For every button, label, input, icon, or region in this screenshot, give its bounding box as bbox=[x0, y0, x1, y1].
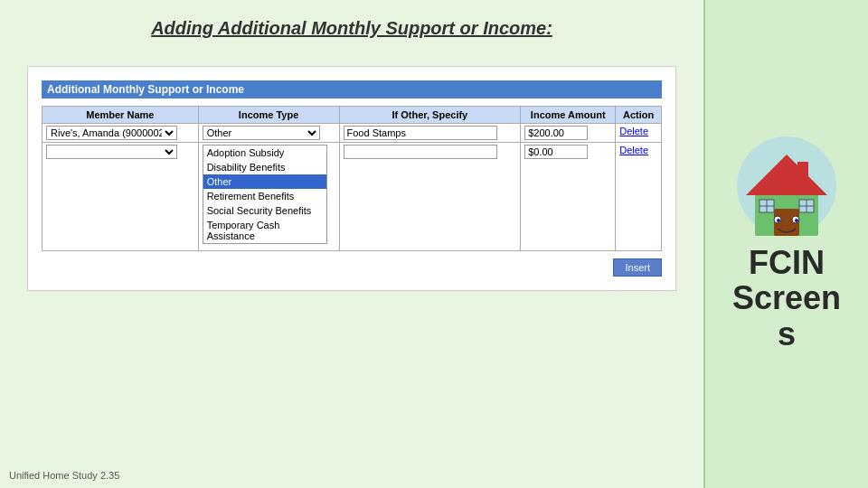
house-icon bbox=[732, 136, 841, 245]
page-title: Adding Additional Monthly Support or Inc… bbox=[27, 18, 676, 39]
col-action: Action bbox=[616, 107, 662, 124]
col-income-amount: Income Amount bbox=[521, 107, 616, 124]
dropdown-item-adoption[interactable]: Adoption Subsidy bbox=[203, 145, 326, 160]
table-row: Rive's, Amanda (900000240) Other bbox=[42, 124, 662, 143]
row1-member-cell: Rive's, Amanda (900000240) bbox=[42, 124, 199, 143]
white-box: Additional Monthly Support or Income Mem… bbox=[27, 66, 676, 291]
row1-amount-cell bbox=[521, 124, 616, 143]
table-row: Adoption Subsidy Disability Benefits Oth… bbox=[42, 143, 662, 251]
row2-delete-link[interactable]: Delete bbox=[619, 145, 648, 155]
row1-if-other-input[interactable] bbox=[344, 126, 497, 140]
row2-member-cell bbox=[42, 143, 199, 251]
svg-rect-3 bbox=[797, 162, 808, 182]
row2-action-cell: Delete bbox=[616, 143, 662, 251]
row1-delete-link[interactable]: Delete bbox=[619, 126, 648, 136]
row2-amount-input[interactable] bbox=[524, 145, 588, 159]
main-container: Adding Additional Monthly Support or Inc… bbox=[0, 0, 705, 488]
dropdown-item-disability[interactable]: Disability Benefits bbox=[203, 160, 326, 174]
svg-point-13 bbox=[777, 219, 780, 222]
row1-amount-input[interactable] bbox=[524, 126, 588, 140]
row1-if-other-cell bbox=[339, 124, 521, 143]
dropdown-item-retirement[interactable]: Retirement Benefits bbox=[203, 189, 326, 203]
row2-member-select[interactable] bbox=[46, 145, 177, 159]
income-table: Member Name Income Type If Other, Specif… bbox=[42, 106, 662, 251]
row1-action-cell: Delete bbox=[616, 124, 662, 143]
row1-income-type-cell: Other bbox=[198, 124, 339, 143]
dropdown-open-list: Adoption Subsidy Disability Benefits Oth… bbox=[203, 145, 327, 244]
dropdown-item-other[interactable]: Other bbox=[203, 174, 326, 189]
row2-income-type-cell: Adoption Subsidy Disability Benefits Oth… bbox=[198, 143, 339, 251]
row2-if-other-input[interactable] bbox=[344, 145, 497, 159]
dropdown-item-social-security[interactable]: Social Security Benefits bbox=[203, 203, 326, 218]
svg-point-14 bbox=[795, 219, 798, 222]
footer-text: Unified Home Study 2.35 bbox=[9, 470, 119, 481]
sidebar-text: FCINScreens bbox=[732, 245, 841, 352]
insert-button[interactable]: Insert bbox=[613, 258, 662, 277]
section-header: Additional Monthly Support or Income bbox=[42, 80, 662, 99]
row2-if-other-cell bbox=[339, 143, 521, 251]
col-income-type: Income Type bbox=[198, 107, 339, 124]
row2-amount-cell bbox=[521, 143, 616, 251]
col-member-name: Member Name bbox=[42, 107, 199, 124]
sidebar: FCINScreens bbox=[705, 0, 868, 488]
dropdown-item-temporary-cash[interactable]: Temporary Cash Assistance bbox=[203, 218, 326, 243]
row1-income-type-select[interactable]: Other bbox=[203, 126, 320, 140]
col-if-other: If Other, Specify bbox=[339, 107, 521, 124]
row1-member-select[interactable]: Rive's, Amanda (900000240) bbox=[46, 126, 177, 140]
